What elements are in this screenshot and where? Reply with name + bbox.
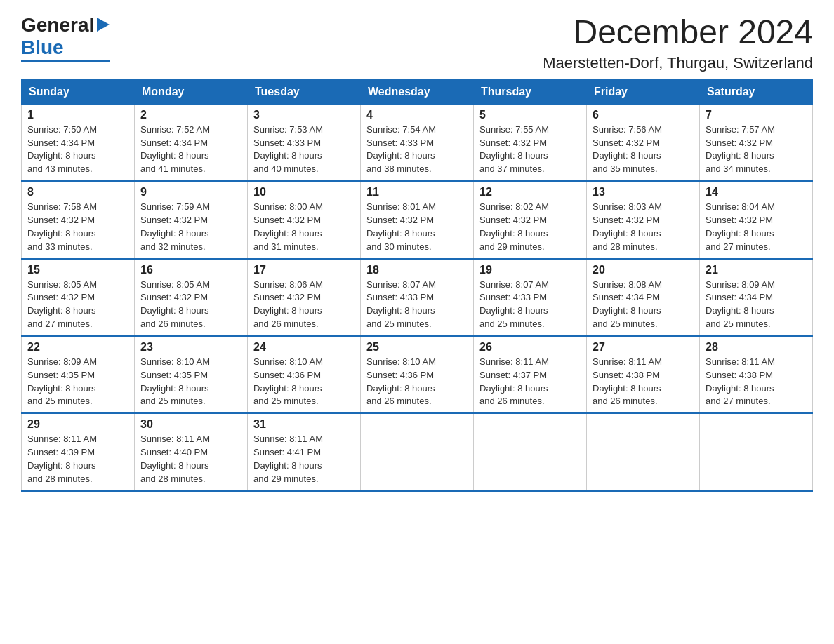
day-number: 6 [593, 109, 694, 121]
day-info: Sunrise: 8:05 AMSunset: 4:32 PMDaylight:… [27, 279, 128, 331]
table-row: 10Sunrise: 8:00 AMSunset: 4:32 PMDayligh… [248, 181, 361, 258]
day-info: Sunrise: 8:08 AMSunset: 4:34 PMDaylight:… [593, 279, 694, 331]
table-row: 7Sunrise: 7:57 AMSunset: 4:32 PMDaylight… [700, 104, 813, 181]
calendar-header-row: Sunday Monday Tuesday Wednesday Thursday… [22, 79, 813, 104]
table-row: 17Sunrise: 8:06 AMSunset: 4:32 PMDayligh… [248, 259, 361, 336]
table-row [361, 413, 474, 490]
table-row: 29Sunrise: 8:11 AMSunset: 4:39 PMDayligh… [22, 413, 135, 490]
day-number: 21 [706, 264, 807, 276]
day-number: 19 [479, 264, 581, 276]
table-row: 21Sunrise: 8:09 AMSunset: 4:34 PMDayligh… [700, 259, 813, 336]
table-row: 16Sunrise: 8:05 AMSunset: 4:32 PMDayligh… [135, 259, 248, 336]
day-info: Sunrise: 8:00 AMSunset: 4:32 PMDaylight:… [253, 201, 355, 253]
svg-marker-0 [97, 18, 110, 32]
day-number: 29 [27, 418, 128, 431]
day-info: Sunrise: 8:10 AMSunset: 4:36 PMDaylight:… [253, 356, 355, 408]
table-row [474, 413, 587, 490]
day-number: 16 [140, 264, 241, 276]
table-row: 30Sunrise: 8:11 AMSunset: 4:40 PMDayligh… [135, 413, 248, 490]
day-info: Sunrise: 8:10 AMSunset: 4:36 PMDaylight:… [366, 356, 468, 408]
table-row [587, 413, 700, 490]
day-number: 7 [706, 109, 807, 121]
day-number: 18 [366, 264, 468, 276]
day-number: 9 [140, 186, 241, 199]
table-row: 11Sunrise: 8:01 AMSunset: 4:32 PMDayligh… [361, 181, 474, 258]
day-info: Sunrise: 7:57 AMSunset: 4:32 PMDaylight:… [706, 123, 807, 176]
table-row: 14Sunrise: 8:04 AMSunset: 4:32 PMDayligh… [700, 181, 813, 258]
day-number: 4 [366, 109, 468, 121]
day-info: Sunrise: 8:11 AMSunset: 4:37 PMDaylight:… [479, 356, 581, 408]
day-info: Sunrise: 8:02 AMSunset: 4:32 PMDaylight:… [479, 201, 581, 253]
table-row: 24Sunrise: 8:10 AMSunset: 4:36 PMDayligh… [248, 336, 361, 413]
day-info: Sunrise: 8:01 AMSunset: 4:32 PMDaylight:… [366, 201, 468, 253]
day-info: Sunrise: 8:11 AMSunset: 4:38 PMDaylight:… [593, 356, 694, 408]
table-row: 9Sunrise: 7:59 AMSunset: 4:32 PMDaylight… [135, 181, 248, 258]
logo-underline [21, 60, 110, 62]
header-tuesday: Tuesday [248, 79, 361, 104]
page-subtitle: Maerstetten-Dorf, Thurgau, Switzerland [543, 54, 813, 72]
table-row: 1Sunrise: 7:50 AMSunset: 4:34 PMDaylight… [22, 104, 135, 181]
day-number: 27 [593, 341, 694, 354]
logo-general: General [21, 14, 94, 36]
day-number: 23 [140, 341, 241, 354]
title-block: December 2024 Maerstetten-Dorf, Thurgau,… [543, 14, 813, 72]
day-info: Sunrise: 8:07 AMSunset: 4:33 PMDaylight:… [479, 279, 581, 331]
day-number: 30 [140, 418, 241, 431]
day-number: 17 [253, 264, 355, 276]
calendar-week-5: 29Sunrise: 8:11 AMSunset: 4:39 PMDayligh… [22, 413, 813, 490]
table-row: 4Sunrise: 7:54 AMSunset: 4:33 PMDaylight… [361, 104, 474, 181]
calendar-week-1: 1Sunrise: 7:50 AMSunset: 4:34 PMDaylight… [22, 104, 813, 181]
header-saturday: Saturday [700, 79, 813, 104]
day-info: Sunrise: 7:52 AMSunset: 4:34 PMDaylight:… [140, 123, 241, 176]
day-info: Sunrise: 8:09 AMSunset: 4:34 PMDaylight:… [706, 279, 807, 331]
table-row: 5Sunrise: 7:55 AMSunset: 4:32 PMDaylight… [474, 104, 587, 181]
day-info: Sunrise: 7:50 AMSunset: 4:34 PMDaylight:… [27, 123, 128, 176]
header-monday: Monday [135, 79, 248, 104]
day-info: Sunrise: 8:11 AMSunset: 4:40 PMDaylight:… [140, 433, 241, 485]
logo: General Blue [21, 14, 110, 62]
day-number: 31 [253, 418, 355, 431]
table-row [700, 413, 813, 490]
day-number: 20 [593, 264, 694, 276]
calendar-week-4: 22Sunrise: 8:09 AMSunset: 4:35 PMDayligh… [22, 336, 813, 413]
page-header: General Blue December 2024 Maerstetten-D… [21, 14, 813, 72]
day-info: Sunrise: 7:53 AMSunset: 4:33 PMDaylight:… [253, 123, 355, 176]
day-number: 3 [253, 109, 355, 121]
table-row: 22Sunrise: 8:09 AMSunset: 4:35 PMDayligh… [22, 336, 135, 413]
day-number: 28 [706, 341, 807, 354]
day-number: 10 [253, 186, 355, 199]
table-row: 23Sunrise: 8:10 AMSunset: 4:35 PMDayligh… [135, 336, 248, 413]
calendar-table: Sunday Monday Tuesday Wednesday Thursday… [21, 79, 813, 492]
day-number: 12 [479, 186, 581, 199]
day-number: 15 [27, 264, 128, 276]
day-number: 5 [479, 109, 581, 121]
day-info: Sunrise: 8:11 AMSunset: 4:41 PMDaylight:… [253, 433, 355, 485]
day-info: Sunrise: 8:03 AMSunset: 4:32 PMDaylight:… [593, 201, 694, 253]
day-number: 13 [593, 186, 694, 199]
header-wednesday: Wednesday [361, 79, 474, 104]
calendar-week-2: 8Sunrise: 7:58 AMSunset: 4:32 PMDaylight… [22, 181, 813, 258]
calendar-week-3: 15Sunrise: 8:05 AMSunset: 4:32 PMDayligh… [22, 259, 813, 336]
day-info: Sunrise: 7:55 AMSunset: 4:32 PMDaylight:… [479, 123, 581, 176]
table-row: 3Sunrise: 7:53 AMSunset: 4:33 PMDaylight… [248, 104, 361, 181]
day-info: Sunrise: 8:11 AMSunset: 4:39 PMDaylight:… [27, 433, 128, 485]
table-row: 15Sunrise: 8:05 AMSunset: 4:32 PMDayligh… [22, 259, 135, 336]
day-number: 11 [366, 186, 468, 199]
day-info: Sunrise: 8:07 AMSunset: 4:33 PMDaylight:… [366, 279, 468, 331]
table-row: 20Sunrise: 8:08 AMSunset: 4:34 PMDayligh… [587, 259, 700, 336]
table-row: 12Sunrise: 8:02 AMSunset: 4:32 PMDayligh… [474, 181, 587, 258]
day-info: Sunrise: 8:10 AMSunset: 4:35 PMDaylight:… [140, 356, 241, 408]
day-info: Sunrise: 7:54 AMSunset: 4:33 PMDaylight:… [366, 123, 468, 176]
day-info: Sunrise: 8:04 AMSunset: 4:32 PMDaylight:… [706, 201, 807, 253]
day-info: Sunrise: 8:11 AMSunset: 4:38 PMDaylight:… [706, 356, 807, 408]
day-info: Sunrise: 8:09 AMSunset: 4:35 PMDaylight:… [27, 356, 128, 408]
header-sunday: Sunday [22, 79, 135, 104]
table-row: 2Sunrise: 7:52 AMSunset: 4:34 PMDaylight… [135, 104, 248, 181]
table-row: 13Sunrise: 8:03 AMSunset: 4:32 PMDayligh… [587, 181, 700, 258]
table-row: 25Sunrise: 8:10 AMSunset: 4:36 PMDayligh… [361, 336, 474, 413]
table-row: 28Sunrise: 8:11 AMSunset: 4:38 PMDayligh… [700, 336, 813, 413]
table-row: 31Sunrise: 8:11 AMSunset: 4:41 PMDayligh… [248, 413, 361, 490]
day-info: Sunrise: 7:58 AMSunset: 4:32 PMDaylight:… [27, 201, 128, 253]
table-row: 27Sunrise: 8:11 AMSunset: 4:38 PMDayligh… [587, 336, 700, 413]
day-number: 22 [27, 341, 128, 354]
